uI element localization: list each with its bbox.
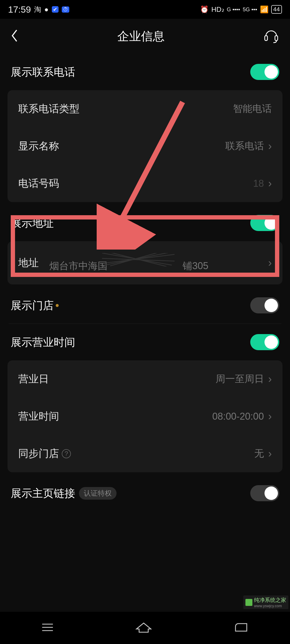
row-business-hours[interactable]: 营业时间 08:00-20:00›	[8, 398, 282, 435]
nav-recent-button[interactable]	[39, 621, 56, 634]
toggle-show-address[interactable]	[250, 215, 279, 231]
alarm-icon: ⏰	[200, 5, 209, 14]
status-bar: 17:59 淘 ● ✔ ⏱ ⏰ HD₂ G ▪▪▪▪ 5G ▪▪▪ 📶 44	[0, 0, 290, 19]
section-toggle-hours: 展示营业时间	[8, 324, 282, 360]
dot-icon: ●	[44, 5, 49, 14]
watermark: 纯净系统之家 www.yswjcy.com	[243, 595, 288, 609]
wifi-icon: 📶	[260, 5, 269, 14]
row-business-days[interactable]: 营业日 周一至周日›	[8, 360, 282, 398]
hours-card: 营业日 周一至周日› 营业时间 08:00-20:00› 同步门店? 无›	[8, 360, 282, 472]
toggle-label: 展示门店	[11, 298, 54, 313]
signal-5g-icon: 5G ▪▪▪	[243, 6, 257, 13]
section-toggle-link: 展示主页链接认证特权	[8, 475, 282, 511]
battery-icon: 44	[271, 5, 282, 14]
row-sync-store[interactable]: 同步门店? 无›	[8, 435, 282, 472]
toggle-show-phone[interactable]	[250, 64, 279, 80]
shield-icon: ✔	[52, 6, 59, 13]
chevron-right-icon: ›	[268, 177, 272, 189]
svg-marker-13	[136, 623, 151, 632]
customer-service-button[interactable]	[263, 28, 279, 45]
chevron-right-icon: ›	[268, 140, 272, 152]
toggle-label: 展示地址	[11, 216, 54, 230]
row-phone-type[interactable]: 联系电话类型 智能电话	[8, 90, 282, 127]
chevron-right-icon: ›	[268, 257, 272, 269]
timer-icon: ⏱	[62, 6, 69, 13]
status-time: 17:59	[8, 4, 31, 15]
nav-back-button[interactable]	[232, 621, 251, 634]
toggle-show-link[interactable]	[250, 485, 279, 501]
toggle-label: 展示联系电话	[11, 65, 75, 79]
chevron-right-icon: ›	[268, 373, 272, 385]
chevron-right-icon: ›	[268, 448, 272, 460]
phone-card: 联系电话类型 智能电话 显示名称 联系电话› 电话号码 18›	[8, 90, 282, 202]
page-title: 企业信息	[117, 28, 165, 44]
svg-rect-0	[265, 36, 267, 41]
auth-badge: 认证特权	[79, 487, 117, 500]
watermark-logo-icon	[245, 599, 252, 606]
row-address[interactable]: 地址 烟台市中海国 铺305 ›	[8, 241, 282, 284]
taobao-icon: 淘	[34, 5, 41, 14]
toggle-show-hours[interactable]	[250, 334, 279, 350]
system-nav-bar	[0, 612, 290, 644]
section-toggle-store: 展示门店•	[8, 287, 282, 324]
back-button[interactable]	[11, 29, 19, 43]
signal-g-icon: G ▪▪▪▪	[227, 6, 240, 13]
row-display-name[interactable]: 显示名称 联系电话›	[8, 127, 282, 165]
section-toggle-phone: 展示联系电话	[8, 54, 282, 90]
new-dot-icon: •	[55, 299, 59, 312]
svg-rect-1	[275, 36, 278, 41]
redacted-text	[107, 253, 183, 269]
toggle-show-store[interactable]	[250, 297, 279, 313]
section-toggle-address: 展示地址	[8, 205, 282, 241]
nav-home-button[interactable]	[134, 621, 153, 634]
toggle-label: 展示主页链接	[11, 486, 75, 501]
row-phone-number[interactable]: 电话号码 18›	[8, 165, 282, 202]
hd-icon: HD₂	[211, 5, 224, 14]
help-icon[interactable]: ?	[62, 449, 71, 458]
chevron-right-icon: ›	[268, 410, 272, 422]
toggle-label: 展示营业时间	[11, 335, 75, 350]
address-card: 地址 烟台市中海国 铺305 ›	[8, 241, 282, 284]
page-header: 企业信息	[0, 19, 290, 54]
